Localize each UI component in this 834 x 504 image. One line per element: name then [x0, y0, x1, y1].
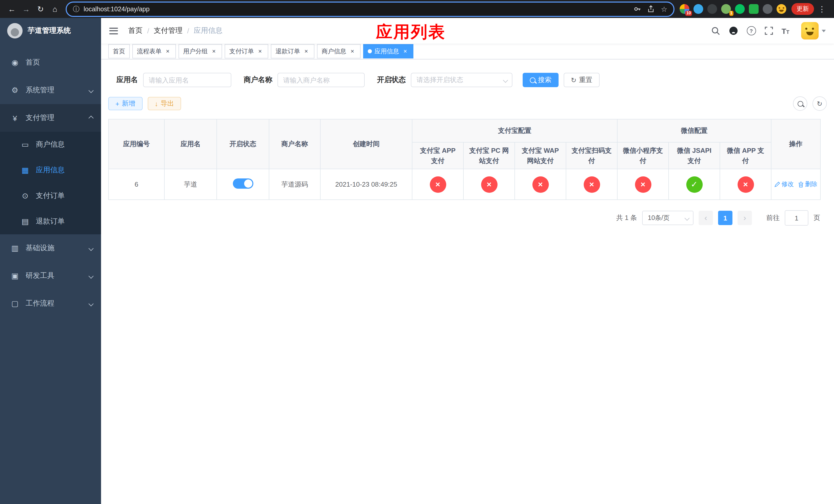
site-info-icon[interactable]: ⓘ	[73, 4, 80, 14]
share-icon[interactable]	[648, 5, 655, 13]
table-row: 6 芋道 芋道源码 2021-10-23 08:49:25 × × ×	[109, 169, 820, 200]
help-icon[interactable]: ?	[747, 26, 756, 36]
goto-page-input[interactable]	[785, 210, 808, 226]
browser-home-icon[interactable]: ⌂	[48, 2, 62, 16]
extension-icon-1[interactable]: 10	[680, 4, 689, 14]
close-icon[interactable]: ×	[303, 48, 310, 55]
sidebar-logo[interactable]: 芋道管理系统	[0, 18, 101, 44]
sidebar-item-merchant-info[interactable]: ▭ 商户信息	[0, 132, 101, 157]
close-icon[interactable]: ×	[402, 48, 409, 55]
col-actions: 操作	[771, 119, 820, 169]
chevron-down-icon	[88, 301, 94, 306]
cell-app-name: 芋道	[164, 169, 217, 200]
refresh-icon: ↻	[817, 100, 822, 108]
extension-badge: 10	[685, 11, 692, 16]
extension-icon-5[interactable]	[735, 4, 745, 14]
edit-link[interactable]: 修改	[774, 180, 794, 189]
browser-forward-icon[interactable]: →	[20, 2, 33, 16]
sidebar-item-pay-order[interactable]: ⊙ 支付订单	[0, 183, 101, 209]
col-app-id: 应用编号	[109, 119, 164, 169]
extension-icon-8[interactable]	[776, 4, 786, 14]
merchant-name-input[interactable]	[278, 73, 365, 87]
address-bar[interactable]: ⓘ localhost:1024/pay/app ☆	[66, 1, 675, 17]
alipay-app-status-icon: ×	[430, 176, 446, 192]
order-icon: ⊙	[21, 191, 30, 201]
tab-merchant-info[interactable]: 商户信息 ×	[317, 44, 360, 59]
status-label: 开启状态	[377, 75, 406, 85]
table-toolbar: + 新增 ↓ 导出 ↻	[108, 96, 827, 111]
github-icon[interactable]	[729, 26, 738, 36]
app-table: 应用编号 应用名 开启状态 商户名称 创建时间 支付宝配置 微信配置 操作 支付…	[108, 119, 821, 200]
logo-avatar	[7, 23, 23, 39]
browser-reload-icon[interactable]: ↻	[34, 2, 47, 16]
hamburger-icon[interactable]	[109, 27, 118, 34]
sidebar-item-dev-tools[interactable]: ▣ 研发工具	[0, 262, 101, 290]
browser-menu-icon[interactable]: ⋮	[815, 4, 829, 14]
chevron-down-icon	[88, 273, 94, 278]
wx-app-status-icon: ×	[737, 176, 754, 192]
close-icon[interactable]: ×	[349, 48, 356, 55]
status-select[interactable]: 请选择开启状态	[411, 73, 512, 87]
refresh-table-button[interactable]: ↻	[812, 96, 827, 111]
sidebar-item-infrastructure[interactable]: ▥ 基础设施	[0, 234, 101, 262]
col-wx-app: 微信 APP 支付	[720, 142, 771, 169]
add-button[interactable]: + 新增	[108, 97, 142, 110]
close-icon[interactable]: ×	[210, 48, 218, 55]
col-alipay-qr: 支付宝扫码支付	[566, 142, 617, 169]
close-icon[interactable]: ×	[257, 48, 264, 55]
app-name-input[interactable]	[143, 73, 231, 87]
sidebar-item-system[interactable]: ⚙ 系统管理	[0, 76, 101, 104]
search-icon	[797, 101, 803, 107]
tab-user-group[interactable]: 用户分组 ×	[178, 44, 222, 59]
col-alipay-wap: 支付宝 WAP 网站支付	[515, 142, 566, 169]
browser-update-button[interactable]: 更新	[791, 3, 814, 15]
search-icon	[530, 77, 535, 83]
extension-icon-3[interactable]	[707, 4, 717, 14]
plus-icon: +	[115, 100, 119, 108]
font-size-icon[interactable]: TT	[782, 27, 789, 35]
toggle-search-button[interactable]	[793, 96, 807, 111]
table-header-row-1: 应用编号 应用名 开启状态 商户名称 创建时间 支付宝配置 微信配置 操作	[109, 119, 820, 142]
close-icon[interactable]: ×	[164, 48, 171, 55]
cell-app-id: 6	[109, 169, 164, 200]
status-toggle[interactable]	[233, 178, 253, 189]
breadcrumb-home[interactable]: 首页	[128, 26, 142, 36]
extension-icon-4[interactable]: 1	[721, 4, 731, 14]
page-size-select[interactable]: 10条/页	[642, 211, 694, 225]
next-page-button[interactable]: ›	[738, 211, 752, 225]
trash-icon	[798, 181, 804, 187]
sidebar-item-refund-order[interactable]: ▤ 退款订单	[0, 209, 101, 234]
breadcrumb-payment[interactable]: 支付管理	[154, 26, 182, 36]
sidebar-item-home[interactable]: ◉ 首页	[0, 49, 101, 76]
extension-icon-6[interactable]	[749, 4, 759, 14]
delete-link[interactable]: 删除	[798, 180, 817, 189]
user-avatar	[801, 22, 819, 40]
password-key-icon[interactable]	[634, 5, 641, 13]
sidebar-item-workflow[interactable]: ▢ 工作流程	[0, 290, 101, 317]
tab-process-form[interactable]: 流程表单 ×	[132, 44, 176, 59]
sidebar-menu: ◉ 首页 ⚙ 系统管理 ¥ 支付管理 ▭ 商户信息	[0, 44, 101, 317]
cell-merchant: 芋道源码	[269, 169, 320, 200]
sidebar-item-payment[interactable]: ¥ 支付管理	[0, 104, 101, 132]
search-icon[interactable]	[711, 26, 720, 35]
tab-app-info[interactable]: 应用信息 ×	[363, 44, 413, 59]
browser-back-icon[interactable]: ←	[5, 2, 19, 16]
fullscreen-icon[interactable]	[765, 27, 773, 35]
sidebar-item-app-info[interactable]: ▦ 应用信息	[0, 157, 101, 183]
extension-icon-2[interactable]	[694, 4, 703, 14]
tab-pay-order[interactable]: 支付订单 ×	[225, 44, 268, 59]
extension-icon-7[interactable]	[763, 4, 772, 14]
tab-refund-order[interactable]: 退款订单 ×	[271, 44, 314, 59]
monitor-icon: ▥	[10, 244, 20, 253]
search-button[interactable]: 搜索	[523, 73, 558, 87]
tab-home[interactable]: 首页	[108, 44, 130, 59]
current-page-button[interactable]: 1	[718, 211, 732, 225]
bookmark-star-icon[interactable]: ☆	[661, 5, 667, 13]
prev-page-button[interactable]: ‹	[699, 211, 713, 225]
user-menu[interactable]	[801, 22, 826, 40]
reset-button[interactable]: ↻ 重置	[564, 73, 599, 87]
export-button[interactable]: ↓ 导出	[148, 97, 181, 110]
extension-badge: 1	[729, 11, 733, 16]
card-icon: ▭	[21, 140, 30, 149]
refresh-icon: ↻	[571, 76, 576, 84]
